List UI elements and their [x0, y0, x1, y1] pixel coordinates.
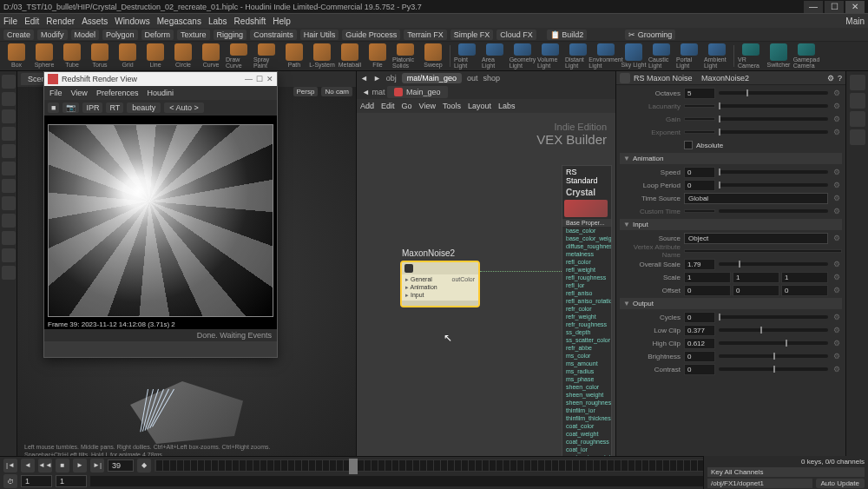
persp-dropdown[interactable]: Persp	[293, 87, 319, 96]
rs-param-refr_weight[interactable]: refr_weight	[562, 313, 611, 320]
path-obj[interactable]: obj	[386, 74, 397, 83]
transform-tool[interactable]	[2, 144, 16, 158]
gain-field[interactable]	[684, 117, 715, 121]
rs-param-refr_roughness[interactable]: refr_roughness	[562, 320, 611, 328]
node-input-input[interactable]: Input	[405, 292, 437, 299]
menu-edit[interactable]: Edit	[24, 17, 39, 26]
render-view-titlebar[interactable]: Redshift Render View — ☐ ✕	[44, 72, 277, 86]
rotate-tool[interactable]	[2, 109, 16, 123]
shelf-tab[interactable]: Constraints	[250, 30, 297, 40]
select-tool[interactable]	[2, 75, 16, 89]
snap-tool[interactable]	[2, 179, 16, 193]
rs-param-refr_color[interactable]: refr_color	[562, 305, 611, 313]
nav-back-icon[interactable]: ◄	[360, 74, 368, 83]
rs-param-base_color[interactable]: base_color	[562, 227, 611, 235]
rs-section-base[interactable]: Base Proper...	[562, 219, 611, 227]
shelf-curve[interactable]: Curve	[198, 43, 224, 69]
shelf-tab[interactable]: Hair Utils	[300, 30, 339, 40]
shelf-ambientlight[interactable]: Ambient Light	[704, 43, 730, 69]
play-button[interactable]: ►	[73, 459, 87, 472]
shelf-tab[interactable]: Simple FX	[450, 30, 494, 40]
shelf-gamepad[interactable]: Gamepad Camera	[793, 43, 819, 69]
loop-period-slider[interactable]	[719, 183, 828, 187]
rs-param-refl_aniso_rotation[interactable]: refl_aniso_rotation	[562, 297, 611, 305]
absolute-checkbox[interactable]	[684, 141, 693, 149]
rs-param-metalness[interactable]: metalness	[562, 250, 611, 258]
scale-y[interactable]: 1	[733, 272, 779, 283]
high-clip-field[interactable]: 0.612	[684, 338, 715, 349]
exponent-slider[interactable]	[719, 130, 828, 134]
node-menu-add[interactable]: Add	[360, 102, 374, 110]
magnet-tool[interactable]	[2, 196, 16, 210]
offset-y[interactable]: 0	[733, 285, 779, 296]
high-clip-slider[interactable]	[719, 341, 828, 345]
shelf-platonic[interactable]: Platonic Solids	[392, 43, 418, 69]
maximize-button[interactable]: ☐	[825, 1, 844, 13]
rs-param-refl_weight[interactable]: refl_weight	[562, 266, 611, 274]
node-menu-view[interactable]: View	[419, 102, 436, 110]
shelf-tab[interactable]: Guide Process	[342, 30, 400, 40]
menu-assets[interactable]: Assets	[82, 17, 108, 26]
shelf-tab[interactable]: Create	[3, 30, 34, 40]
auto-dropdown[interactable]: < Auto >	[164, 102, 204, 113]
step-fwd-button[interactable]: ►|	[90, 459, 104, 472]
minimize-button[interactable]: —	[804, 1, 823, 13]
output-section[interactable]: Output	[620, 298, 842, 309]
rs-param-ms_amount[interactable]: ms_amount	[562, 360, 611, 367]
rs-param-thinfilm_ior[interactable]: thinfilm_ior	[562, 406, 611, 414]
shelf-tab[interactable]: Modify	[37, 30, 68, 40]
aov-dropdown[interactable]: beauty	[127, 102, 161, 113]
playhead[interactable]	[349, 459, 358, 474]
gear-icon[interactable]: ⚙	[832, 326, 842, 334]
brightness-field[interactable]: 0	[684, 351, 715, 362]
gear-icon[interactable]: ⚙	[832, 313, 842, 321]
redshift-render-view[interactable]: Redshift Render View — ☐ ✕ File View Pre…	[43, 71, 278, 358]
lacunarity-slider[interactable]	[719, 104, 828, 108]
render-max-button[interactable]: ☐	[256, 75, 263, 83]
view-tool[interactable]	[2, 214, 16, 228]
vertex-attr-field[interactable]	[684, 249, 842, 253]
shelf-switcher[interactable]: Switcher	[766, 43, 792, 69]
rs-param-sheen_roughness[interactable]: sheen_roughness	[562, 399, 611, 406]
lacunarity-field[interactable]	[684, 104, 715, 108]
cycles-slider[interactable]	[719, 315, 828, 319]
shelf-path[interactable]: Path	[281, 43, 307, 69]
low-clip-slider[interactable]	[719, 328, 828, 332]
menu-megascans[interactable]: Megascans	[157, 17, 201, 26]
stop-button[interactable]: ■	[56, 459, 69, 472]
rs-param-refr_abbe[interactable]: refr_abbe	[562, 344, 611, 352]
shelf-box[interactable]: Box	[3, 43, 30, 69]
render-menu-view[interactable]: View	[71, 89, 88, 97]
rs-param-refl_color[interactable]: refl_color	[562, 258, 611, 266]
rs-param-diffuse_roughness[interactable]: diffuse_roughness	[562, 242, 611, 250]
render-snapshot-button[interactable]: 📷	[62, 102, 79, 113]
pane-icon[interactable]	[850, 111, 865, 127]
shelf-tab[interactable]: Cloud FX	[496, 30, 536, 40]
octaves-field[interactable]: 5	[684, 88, 715, 99]
shelf-torus[interactable]: Torus	[87, 43, 113, 69]
shelf-tab[interactable]: Deform	[141, 30, 174, 40]
speed-field[interactable]: 0	[684, 167, 715, 178]
scale-tool[interactable]	[2, 127, 16, 141]
gear-icon[interactable]: ⚙	[832, 128, 842, 136]
range-start-field[interactable]: 1	[56, 475, 87, 487]
rs-param-coat_ior[interactable]: coat_ior	[562, 446, 611, 453]
build-shelf[interactable]: 📋 Build2	[547, 30, 588, 40]
input-section[interactable]: Input	[620, 219, 842, 230]
shelf-portallight[interactable]: Portal Light	[676, 43, 702, 69]
render-menu-prefs[interactable]: Preferences	[96, 89, 139, 97]
key-channels-dropdown[interactable]: Key All Channels	[707, 467, 865, 477]
current-frame-field[interactable]: 39	[108, 459, 134, 472]
gear-icon[interactable]: ⚙	[832, 102, 842, 110]
step-back-button[interactable]: ◄	[21, 459, 35, 472]
network-view[interactable]: Indie Edition VEX Builder MaxonNoise2 Ge…	[357, 113, 615, 470]
custom-time-field[interactable]	[684, 209, 715, 213]
cycles-field[interactable]: 0	[684, 312, 715, 323]
rs-param-sheen_weight[interactable]: sheen_weight	[562, 391, 611, 399]
offset-z[interactable]: 0	[781, 285, 828, 296]
gear-icon[interactable]: ⚙	[832, 365, 842, 373]
pane-icon[interactable]	[850, 129, 865, 145]
nav-back2[interactable]: ◄	[362, 88, 370, 96]
shelf-tab[interactable]: Terrain FX	[404, 30, 447, 40]
rs-param-refl_ior[interactable]: refl_ior	[562, 281, 611, 289]
